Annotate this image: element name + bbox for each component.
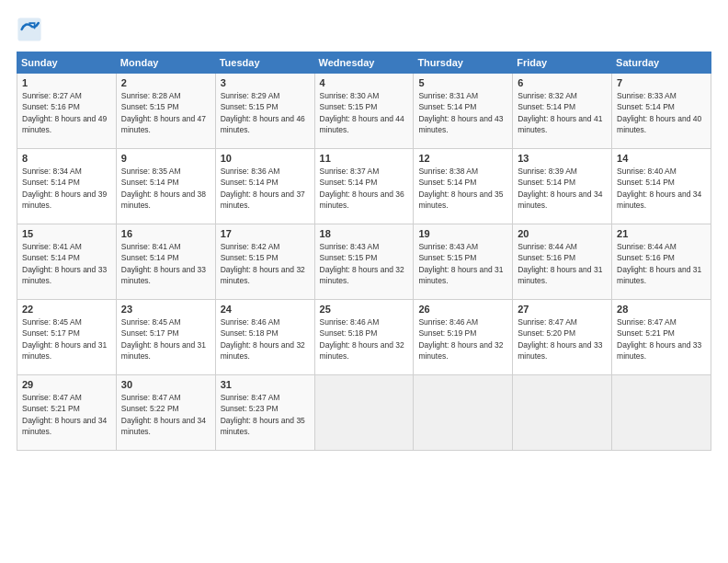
header-sunday: Sunday bbox=[17, 52, 117, 74]
day-number: 5 bbox=[418, 77, 507, 88]
day-info: Sunrise: 8:42 AMSunset: 5:15 PMDaylight:… bbox=[221, 241, 310, 286]
day-info: Sunrise: 8:31 AMSunset: 5:14 PMDaylight:… bbox=[418, 90, 507, 135]
day-number: 6 bbox=[518, 77, 607, 88]
calendar-cell: 2Sunrise: 8:28 AMSunset: 5:15 PMDaylight… bbox=[116, 74, 215, 149]
day-number: 26 bbox=[418, 304, 507, 315]
day-number: 2 bbox=[121, 77, 210, 88]
day-info: Sunrise: 8:47 AMSunset: 5:21 PMDaylight:… bbox=[22, 392, 111, 437]
calendar-cell: 22Sunrise: 8:45 AMSunset: 5:17 PMDayligh… bbox=[17, 300, 117, 375]
day-number: 17 bbox=[221, 228, 310, 239]
day-number: 12 bbox=[418, 153, 507, 164]
calendar-cell bbox=[414, 375, 513, 451]
calendar-cell bbox=[513, 375, 612, 451]
day-number: 23 bbox=[121, 304, 210, 315]
day-info: Sunrise: 8:45 AMSunset: 5:17 PMDaylight:… bbox=[121, 316, 210, 362]
day-number: 9 bbox=[121, 153, 210, 164]
logo bbox=[17, 17, 46, 42]
calendar-week-row: 8Sunrise: 8:34 AMSunset: 5:14 PMDaylight… bbox=[17, 149, 711, 224]
day-number: 16 bbox=[121, 228, 210, 239]
calendar-cell: 30Sunrise: 8:47 AMSunset: 5:22 PMDayligh… bbox=[116, 375, 215, 451]
calendar-cell: 21Sunrise: 8:44 AMSunset: 5:16 PMDayligh… bbox=[612, 224, 711, 300]
day-info: Sunrise: 8:32 AMSunset: 5:14 PMDaylight:… bbox=[518, 90, 607, 135]
calendar-cell: 12Sunrise: 8:38 AMSunset: 5:14 PMDayligh… bbox=[414, 149, 513, 224]
header-tuesday: Tuesday bbox=[215, 52, 314, 74]
calendar-cell: 3Sunrise: 8:29 AMSunset: 5:15 PMDaylight… bbox=[215, 74, 314, 149]
day-number: 28 bbox=[617, 304, 706, 315]
calendar-cell: 1Sunrise: 8:27 AMSunset: 5:16 PMDaylight… bbox=[17, 74, 117, 149]
day-info: Sunrise: 8:41 AMSunset: 5:14 PMDaylight:… bbox=[121, 241, 210, 286]
calendar-cell: 24Sunrise: 8:46 AMSunset: 5:18 PMDayligh… bbox=[215, 300, 314, 375]
calendar-cell: 20Sunrise: 8:44 AMSunset: 5:16 PMDayligh… bbox=[513, 224, 612, 300]
day-info: Sunrise: 8:46 AMSunset: 5:18 PMDaylight:… bbox=[221, 316, 310, 362]
calendar-cell: 31Sunrise: 8:47 AMSunset: 5:23 PMDayligh… bbox=[215, 375, 314, 451]
calendar-cell: 27Sunrise: 8:47 AMSunset: 5:20 PMDayligh… bbox=[513, 300, 612, 375]
header-monday: Monday bbox=[116, 52, 215, 74]
header-friday: Friday bbox=[513, 52, 612, 74]
day-number: 29 bbox=[22, 379, 111, 390]
day-number: 31 bbox=[221, 379, 310, 390]
day-number: 19 bbox=[418, 228, 507, 239]
day-number: 22 bbox=[22, 304, 111, 315]
day-info: Sunrise: 8:29 AMSunset: 5:15 PMDaylight:… bbox=[221, 90, 310, 135]
day-info: Sunrise: 8:33 AMSunset: 5:14 PMDaylight:… bbox=[617, 90, 706, 135]
calendar-week-row: 29Sunrise: 8:47 AMSunset: 5:21 PMDayligh… bbox=[17, 375, 711, 451]
calendar-cell: 28Sunrise: 8:47 AMSunset: 5:21 PMDayligh… bbox=[612, 300, 711, 375]
day-info: Sunrise: 8:43 AMSunset: 5:15 PMDaylight:… bbox=[418, 241, 507, 286]
day-info: Sunrise: 8:35 AMSunset: 5:14 PMDaylight:… bbox=[121, 166, 210, 211]
calendar-cell: 15Sunrise: 8:41 AMSunset: 5:14 PMDayligh… bbox=[17, 224, 117, 300]
calendar-cell: 4Sunrise: 8:30 AMSunset: 5:15 PMDaylight… bbox=[314, 74, 414, 149]
day-number: 11 bbox=[320, 153, 409, 164]
day-info: Sunrise: 8:47 AMSunset: 5:22 PMDaylight:… bbox=[121, 392, 210, 437]
day-info: Sunrise: 8:43 AMSunset: 5:15 PMDaylight:… bbox=[320, 241, 409, 286]
day-info: Sunrise: 8:47 AMSunset: 5:21 PMDaylight:… bbox=[617, 316, 706, 362]
calendar-cell: 9Sunrise: 8:35 AMSunset: 5:14 PMDaylight… bbox=[116, 149, 215, 224]
day-number: 25 bbox=[320, 304, 409, 315]
day-number: 3 bbox=[221, 77, 310, 88]
calendar-cell bbox=[314, 375, 414, 451]
day-number: 4 bbox=[320, 77, 409, 88]
calendar-cell: 10Sunrise: 8:36 AMSunset: 5:14 PMDayligh… bbox=[215, 149, 314, 224]
calendar-cell: 16Sunrise: 8:41 AMSunset: 5:14 PMDayligh… bbox=[116, 224, 215, 300]
calendar-table: SundayMondayTuesdayWednesdayThursdayFrid… bbox=[17, 52, 711, 451]
day-info: Sunrise: 8:45 AMSunset: 5:17 PMDaylight:… bbox=[22, 316, 111, 362]
calendar-cell: 18Sunrise: 8:43 AMSunset: 5:15 PMDayligh… bbox=[314, 224, 414, 300]
calendar-week-row: 22Sunrise: 8:45 AMSunset: 5:17 PMDayligh… bbox=[17, 300, 711, 375]
day-info: Sunrise: 8:34 AMSunset: 5:14 PMDaylight:… bbox=[22, 166, 111, 211]
calendar-cell: 25Sunrise: 8:46 AMSunset: 5:18 PMDayligh… bbox=[314, 300, 414, 375]
day-number: 8 bbox=[22, 153, 111, 164]
day-info: Sunrise: 8:27 AMSunset: 5:16 PMDaylight:… bbox=[22, 90, 111, 135]
day-number: 18 bbox=[320, 228, 409, 239]
day-number: 10 bbox=[221, 153, 310, 164]
calendar-cell: 8Sunrise: 8:34 AMSunset: 5:14 PMDaylight… bbox=[17, 149, 117, 224]
day-info: Sunrise: 8:46 AMSunset: 5:18 PMDaylight:… bbox=[320, 316, 409, 362]
day-info: Sunrise: 8:44 AMSunset: 5:16 PMDaylight:… bbox=[617, 241, 706, 286]
calendar-header-row: SundayMondayTuesdayWednesdayThursdayFrid… bbox=[17, 52, 711, 74]
day-info: Sunrise: 8:47 AMSunset: 5:20 PMDaylight:… bbox=[518, 316, 607, 362]
logo-icon bbox=[17, 17, 42, 42]
day-number: 13 bbox=[518, 153, 607, 164]
day-number: 15 bbox=[22, 228, 111, 239]
header bbox=[17, 17, 711, 42]
calendar-cell: 13Sunrise: 8:39 AMSunset: 5:14 PMDayligh… bbox=[513, 149, 612, 224]
calendar-cell: 7Sunrise: 8:33 AMSunset: 5:14 PMDaylight… bbox=[612, 74, 711, 149]
day-info: Sunrise: 8:39 AMSunset: 5:14 PMDaylight:… bbox=[518, 166, 607, 211]
header-thursday: Thursday bbox=[414, 52, 513, 74]
calendar-cell: 23Sunrise: 8:45 AMSunset: 5:17 PMDayligh… bbox=[116, 300, 215, 375]
day-number: 7 bbox=[617, 77, 706, 88]
day-info: Sunrise: 8:28 AMSunset: 5:15 PMDaylight:… bbox=[121, 90, 210, 135]
calendar-cell: 6Sunrise: 8:32 AMSunset: 5:14 PMDaylight… bbox=[513, 74, 612, 149]
day-number: 24 bbox=[221, 304, 310, 315]
calendar-cell: 5Sunrise: 8:31 AMSunset: 5:14 PMDaylight… bbox=[414, 74, 513, 149]
header-saturday: Saturday bbox=[612, 52, 711, 74]
day-number: 20 bbox=[518, 228, 607, 239]
page: SundayMondayTuesdayWednesdayThursdayFrid… bbox=[0, 0, 728, 563]
day-number: 1 bbox=[22, 77, 111, 88]
day-info: Sunrise: 8:47 AMSunset: 5:23 PMDaylight:… bbox=[221, 392, 310, 437]
day-number: 30 bbox=[121, 379, 210, 390]
day-info: Sunrise: 8:36 AMSunset: 5:14 PMDaylight:… bbox=[221, 166, 310, 211]
day-info: Sunrise: 8:30 AMSunset: 5:15 PMDaylight:… bbox=[320, 90, 409, 135]
day-info: Sunrise: 8:38 AMSunset: 5:14 PMDaylight:… bbox=[418, 166, 507, 211]
day-info: Sunrise: 8:37 AMSunset: 5:14 PMDaylight:… bbox=[320, 166, 409, 211]
calendar-cell: 14Sunrise: 8:40 AMSunset: 5:14 PMDayligh… bbox=[612, 149, 711, 224]
day-number: 27 bbox=[518, 304, 607, 315]
